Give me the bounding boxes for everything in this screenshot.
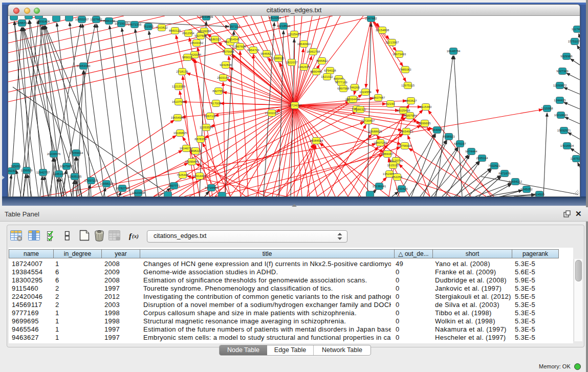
svg-text:13716485: 13716485 [205, 186, 219, 189]
svg-text:22720407: 22720407 [361, 119, 375, 122]
svg-text:1822037: 1822037 [286, 61, 298, 64]
svg-text:7485063: 7485063 [399, 68, 411, 71]
svg-text:8813054: 8813054 [269, 16, 281, 19]
svg-text:954546: 954546 [229, 38, 240, 41]
svg-text:20364436: 20364436 [346, 98, 360, 101]
svg-text:3215958: 3215958 [541, 107, 553, 110]
svg-text:6794028: 6794028 [324, 69, 336, 72]
svg-text:9242848: 9242848 [220, 63, 232, 67]
svg-text:12093872: 12093872 [553, 84, 567, 87]
svg-text:39151: 39151 [8, 169, 16, 172]
svg-text:3675685: 3675685 [222, 50, 234, 53]
svg-text:7955822: 7955822 [316, 59, 328, 62]
svg-text:8471676: 8471676 [498, 172, 511, 175]
svg-text:12213967: 12213967 [385, 41, 399, 44]
svg-text:19654923: 19654923 [400, 130, 413, 133]
svg-text:10210643: 10210643 [554, 114, 568, 117]
svg-text:10154808: 10154808 [376, 29, 389, 32]
svg-text:16120746: 16120746 [389, 159, 403, 162]
svg-text:10719155: 10719155 [115, 22, 128, 25]
svg-text:8454749: 8454749 [247, 49, 259, 52]
svg-text:8938923: 8938923 [443, 135, 455, 138]
svg-text:11325419: 11325419 [288, 33, 301, 36]
svg-text:751552: 751552 [143, 25, 154, 28]
svg-text:10653267: 10653267 [75, 18, 89, 21]
svg-text:1588520: 1588520 [272, 57, 285, 60]
svg-text:8427552: 8427552 [212, 90, 225, 93]
svg-text:9699695: 9699695 [419, 122, 431, 125]
svg-text:9227349: 9227349 [556, 70, 569, 73]
svg-text:15136141: 15136141 [373, 185, 386, 188]
svg-text:14957984: 14957984 [403, 114, 417, 117]
svg-text:9657771: 9657771 [168, 184, 180, 187]
svg-text:23302215: 23302215 [265, 112, 279, 115]
svg-text:252254: 252254 [392, 176, 403, 179]
svg-text:15692971: 15692971 [557, 129, 571, 132]
svg-text:10607487: 10607487 [372, 96, 385, 99]
svg-text:16107553: 16107553 [172, 100, 186, 103]
svg-text:16782759: 16782759 [116, 187, 129, 190]
svg-text:746266: 746266 [350, 86, 360, 89]
svg-text:10025438: 10025438 [397, 109, 410, 112]
svg-text:11923468: 11923468 [132, 191, 145, 194]
svg-text:10654112: 10654112 [509, 180, 522, 183]
svg-text:1621022: 1621022 [321, 75, 333, 78]
svg-text:9474444: 9474444 [465, 150, 477, 153]
svg-text:924505: 924505 [534, 193, 545, 196]
svg-text:8990443: 8990443 [310, 70, 322, 73]
svg-text:19756928: 19756928 [398, 144, 412, 147]
svg-text:19654985: 19654985 [171, 116, 185, 119]
svg-text:9777169: 9777169 [335, 81, 347, 84]
svg-text:15226058: 15226058 [198, 30, 211, 33]
svg-text:6879197: 6879197 [454, 142, 466, 145]
svg-text:15807249: 15807249 [374, 141, 387, 144]
svg-text:16543362: 16543362 [190, 41, 204, 45]
svg-text:19166825: 19166825 [173, 132, 187, 135]
svg-text:(x): (x) [132, 233, 139, 239]
svg-text:11353594: 11353594 [200, 126, 213, 129]
svg-text:7632621: 7632621 [488, 164, 500, 167]
svg-text:18640910: 18640910 [297, 42, 311, 46]
svg-text:20953340: 20953340 [77, 64, 91, 68]
svg-text:7163822: 7163822 [156, 26, 168, 29]
svg-text:1733426: 1733426 [396, 187, 408, 190]
svg-text:15751074: 15751074 [568, 40, 580, 43]
svg-text:9884067: 9884067 [381, 152, 394, 156]
svg-text:16648784: 16648784 [447, 50, 461, 53]
svg-text:8660125: 8660125 [169, 29, 181, 32]
svg-text:9245052: 9245052 [520, 188, 533, 191]
svg-text:18724007: 18724007 [288, 104, 302, 107]
svg-text:16099489: 16099489 [185, 160, 199, 163]
svg-text:2867608: 2867608 [234, 45, 246, 48]
svg-text:164095: 164095 [432, 128, 443, 132]
svg-text:10975867: 10975867 [60, 165, 74, 168]
svg-text:1024554: 1024554 [359, 91, 372, 94]
svg-text:9327500: 9327500 [194, 34, 207, 37]
svg-text:5498222: 5498222 [189, 149, 202, 152]
svg-text:16671355: 16671355 [128, 23, 142, 26]
svg-text:7386322: 7386322 [354, 108, 366, 111]
svg-text:8186323: 8186323 [209, 38, 221, 41]
svg-text:62160: 62160 [386, 102, 395, 105]
svg-text:989015: 989015 [182, 56, 193, 59]
svg-text:10958107: 10958107 [100, 182, 114, 185]
svg-text:7357224: 7357224 [228, 25, 240, 28]
svg-text:16961758: 16961758 [307, 50, 320, 53]
svg-text:12942757: 12942757 [36, 171, 50, 174]
svg-text:16914479: 16914479 [193, 174, 207, 178]
svg-text:9646821: 9646821 [260, 52, 273, 55]
svg-text:1362635: 1362635 [298, 65, 310, 69]
svg-text:2935114: 2935114 [476, 157, 489, 160]
svg-text:8267130: 8267130 [204, 115, 216, 118]
svg-text:19218506: 19218506 [277, 25, 291, 28]
svg-text:1117404: 1117404 [572, 28, 580, 31]
svg-text:2718176: 2718176 [176, 70, 188, 73]
svg-text:6897568: 6897568 [337, 87, 350, 90]
svg-text:17359914: 17359914 [70, 151, 83, 155]
svg-text:12905135: 12905135 [68, 175, 82, 178]
svg-text:17957225: 17957225 [84, 179, 98, 182]
svg-text:10688609: 10688609 [368, 130, 382, 133]
svg-text:6466160: 6466160 [103, 19, 115, 23]
svg-text:17016504: 17016504 [560, 144, 574, 147]
svg-text:8878354: 8878354 [194, 138, 207, 141]
